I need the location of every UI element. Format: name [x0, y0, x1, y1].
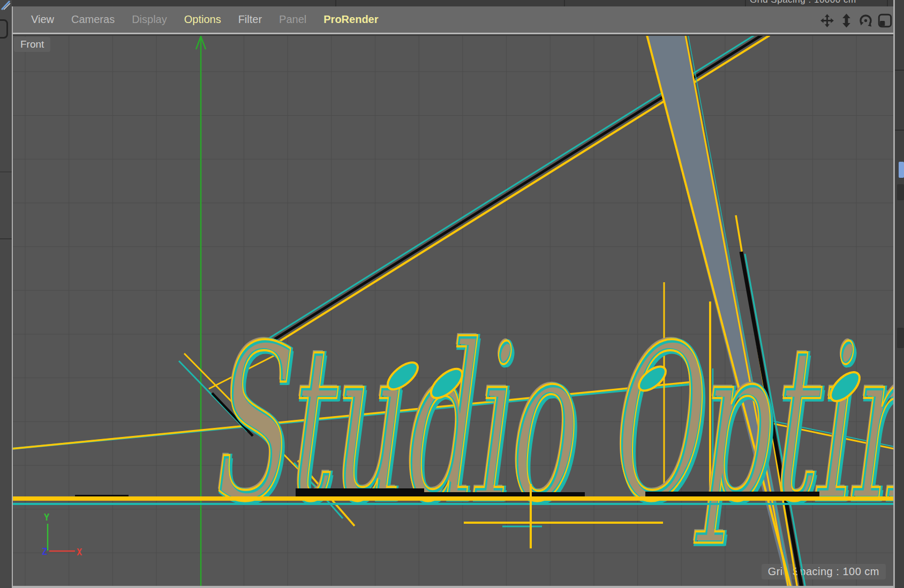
- menu-prorender[interactable]: ProRender: [323, 13, 378, 26]
- divider: [0, 171, 12, 172]
- toolbar-icon-cropped[interactable]: [0, 19, 8, 39]
- menu-display[interactable]: Display: [132, 13, 167, 26]
- rotate-view-icon[interactable]: [858, 13, 873, 28]
- dolly-zoom-icon[interactable]: [839, 13, 854, 28]
- divider: [887, 0, 888, 6]
- panel-item: [897, 328, 904, 348]
- divider: [895, 70, 904, 71]
- spline-pen-icon[interactable]: [0, 0, 11, 11]
- upper-grid-spacing-label: Grid Spacing : 10000 cm: [750, 0, 856, 5]
- upper-viewport-edge: Grid Spacing : 10000 cm: [12, 0, 904, 6]
- viewport-front-canvas[interactable]: Front Grid Spacing : 100 cm: [13, 36, 893, 586]
- right-panel-strip: [895, 0, 904, 588]
- menu-filter[interactable]: Filter: [238, 13, 262, 26]
- panel-item: [897, 184, 904, 200]
- menu-view[interactable]: View: [31, 13, 54, 26]
- divider: [564, 0, 565, 6]
- viewport-border: [12, 586, 893, 588]
- divider: [335, 0, 336, 6]
- divider: [745, 0, 746, 6]
- viewport-layout-icon[interactable]: [878, 13, 892, 28]
- viewport-border: [12, 6, 13, 588]
- panel-item-highlighted[interactable]: [899, 162, 904, 178]
- view-label[interactable]: Front: [14, 37, 50, 52]
- grid-spacing-status: Grid Spacing : 100 cm: [762, 564, 886, 579]
- menu-cameras[interactable]: Cameras: [71, 13, 115, 26]
- pan-move-icon[interactable]: [820, 13, 834, 28]
- menu-options[interactable]: Options: [184, 13, 221, 26]
- viewport-menu-bar: View Cameras Display Options Filter Pane…: [12, 6, 904, 34]
- application-window: Grid Spacing : 10000 cm View Cameras Dis…: [0, 0, 904, 588]
- viewport-menus: View Cameras Display Options Filter Pane…: [12, 13, 387, 26]
- divider: [0, 238, 12, 239]
- viewport-nav-icons: [820, 6, 892, 34]
- divider: [895, 130, 904, 131]
- menu-panel[interactable]: Panel: [279, 13, 306, 26]
- left-toolbar-strip: [0, 0, 12, 588]
